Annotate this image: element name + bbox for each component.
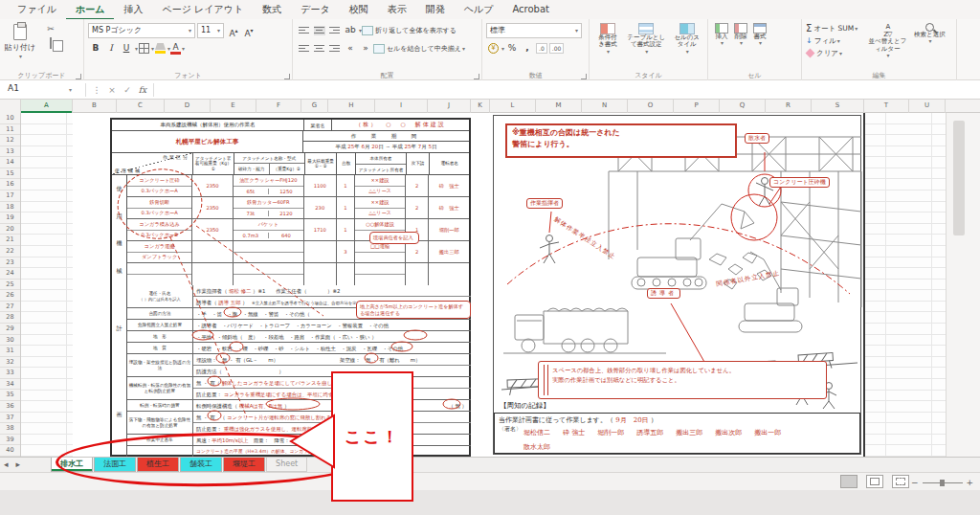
row-header[interactable]: 25 [0, 280, 20, 291]
column-header[interactable]: R [766, 100, 812, 113]
column-header[interactable]: C [117, 100, 165, 113]
cut-icon[interactable]: ✂ [43, 22, 58, 36]
column-header[interactable]: J [428, 100, 471, 113]
row-header[interactable]: 37 [0, 413, 20, 424]
column-header[interactable]: N [582, 100, 628, 113]
row-header[interactable]: 19 [0, 213, 20, 224]
fill-button[interactable]: ↓フィル▾ [806, 34, 858, 47]
font-dialog-launcher-icon[interactable] [284, 74, 290, 79]
alignment-dialog-launcher-icon[interactable] [474, 74, 479, 79]
sheet-grid[interactable]: 車両系建設機械（解体用）使用の作業名 業者名 （株） ○ ○ 解体建設 札幌平屋… [0, 113, 980, 457]
column-header[interactable]: B [73, 100, 117, 113]
conditional-formatting-button[interactable]: 条件付き書式▾ [593, 22, 622, 69]
zoom-out-button[interactable]: − [911, 478, 919, 487]
row-header[interactable]: 13 [0, 146, 20, 158]
autosum-button[interactable]: Σオート SUM▾ [806, 22, 858, 34]
paste-button[interactable]: 貼り付け▾ [4, 22, 36, 59]
sheet-tab[interactable]: 排水工 [51, 458, 93, 472]
menu-tab[interactable]: ヘルプ [455, 0, 503, 20]
increase-decimal-icon[interactable]: .0 [536, 43, 547, 54]
row-header[interactable]: 15 [0, 168, 20, 180]
row-header[interactable]: 21 [0, 235, 20, 246]
row-header[interactable]: 33 [0, 368, 20, 379]
sort-filter-button[interactable]: AZ▽ 並べ替えとフィルター▾ [866, 22, 908, 59]
align-top-icon[interactable] [299, 26, 310, 35]
bold-button[interactable]: B [89, 41, 102, 56]
menu-tab[interactable]: 開発 [416, 0, 455, 20]
row-header[interactable]: 23 [0, 258, 20, 269]
menu-tab[interactable]: Acrobat [502, 0, 559, 20]
row-header[interactable]: 29 [0, 324, 20, 335]
row-header[interactable]: 14 [0, 157, 20, 168]
align-left-icon[interactable] [299, 44, 310, 54]
sheet-tab[interactable]: 舗装工 [180, 458, 222, 472]
clear-button[interactable]: クリア▾ [806, 47, 858, 59]
menu-tab[interactable]: 数式 [253, 0, 291, 20]
decrease-indent-icon[interactable]: « [344, 41, 357, 56]
row-header[interactable]: 16 [0, 179, 20, 190]
delete-cells-button[interactable]: 削除▾ [731, 22, 750, 69]
format-painter-icon[interactable] [43, 51, 58, 65]
column-header[interactable]: Q [720, 100, 766, 113]
shrink-font-button[interactable]: A▾ [242, 23, 256, 37]
comma-style-icon[interactable]: , [521, 41, 534, 56]
row-header[interactable]: 35 [0, 390, 20, 401]
row-header[interactable]: 34 [0, 379, 20, 391]
column-header[interactable]: U [909, 100, 946, 113]
align-center-icon[interactable] [314, 44, 325, 54]
column-header[interactable]: A [21, 100, 73, 113]
row-header[interactable]: 11 [0, 124, 20, 136]
cancel-icon[interactable]: × [104, 85, 120, 95]
increase-indent-icon[interactable]: » [359, 41, 372, 56]
name-box-dropdown-icon[interactable]: ▾ [69, 86, 82, 93]
row-header[interactable]: 10 [0, 113, 20, 124]
column-header[interactable]: G [301, 100, 328, 113]
column-header[interactable]: L [490, 100, 536, 113]
column-header[interactable]: F [256, 100, 301, 113]
fill-color-button[interactable] [155, 43, 166, 54]
zoom-slider[interactable] [923, 482, 963, 483]
row-header[interactable]: 18 [0, 202, 20, 213]
orientation-button[interactable]: ab [344, 23, 357, 37]
name-box[interactable]: A1 [0, 81, 69, 99]
row-header[interactable]: 27 [0, 302, 20, 313]
row-header[interactable]: 24 [0, 268, 20, 280]
currency-format-icon[interactable]: ¥ [488, 43, 499, 54]
menu-tab[interactable]: ファイル [8, 0, 66, 20]
underline-button[interactable]: U [120, 41, 133, 56]
page-layout-view-button[interactable] [866, 475, 883, 488]
row-header[interactable]: 12 [0, 135, 20, 146]
sheet-tab[interactable]: 法面工 [94, 458, 136, 472]
vertical-scrollbar[interactable] [946, 113, 980, 457]
fx-icon[interactable]: fx [135, 85, 150, 95]
column-header[interactable]: S [812, 100, 864, 113]
row-header[interactable]: 20 [0, 224, 20, 235]
menu-tab[interactable]: データ [291, 0, 339, 20]
row-header[interactable]: 22 [0, 246, 20, 258]
column-header[interactable]: P [674, 100, 720, 113]
enter-icon[interactable]: ✓ [120, 85, 135, 95]
row-header[interactable]: 32 [0, 357, 20, 369]
row-header[interactable]: 38 [0, 423, 20, 435]
borders-button[interactable] [139, 43, 149, 54]
row-header[interactable]: 36 [0, 401, 20, 413]
percent-style-icon[interactable]: % [505, 41, 519, 56]
row-header[interactable]: 30 [0, 335, 20, 347]
formula-input[interactable] [157, 81, 980, 99]
number-dialog-launcher-icon[interactable] [581, 74, 587, 79]
vertical-scrollbar-thumb[interactable] [953, 121, 965, 235]
decrease-decimal-icon[interactable]: .00 [549, 43, 565, 54]
column-header[interactable]: H [328, 100, 375, 113]
column-header[interactable]: D [165, 100, 211, 113]
menu-tab[interactable]: ホーム [66, 0, 114, 20]
zoom-in-button[interactable]: + [967, 478, 974, 487]
tab-scroll-right-icon[interactable]: ▸ [12, 458, 25, 472]
format-as-table-button[interactable]: テーブルとして書式設定▾ [622, 22, 670, 69]
column-header[interactable]: K [471, 100, 490, 113]
clipboard-dialog-launcher-icon[interactable] [76, 74, 81, 79]
row-header[interactable]: 31 [0, 346, 20, 357]
select-all-corner[interactable] [0, 100, 21, 113]
menu-tab[interactable]: 表示 [378, 0, 416, 20]
font-name-select[interactable]: MS Pゴシック▾ [88, 23, 195, 38]
font-color-button[interactable]: A [170, 42, 181, 55]
